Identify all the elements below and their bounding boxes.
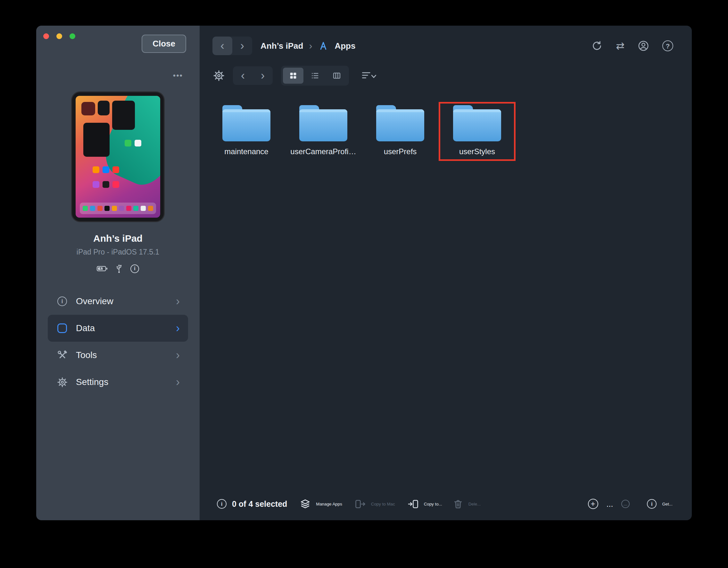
sidebar: Close ••• [36,26,200,520]
folder-back-button[interactable]: ‹ [233,66,253,85]
file-browser-content: maintenance userCameraProfi… userPrefs u… [200,86,692,490]
main-panel: ‹ › Anh’s iPad › Apps ⇄ [200,26,692,520]
device-status-icons: i [36,263,200,274]
app-store-icon [318,40,329,51]
sidebar-item-tools[interactable]: Tools › [48,342,188,369]
chevron-right-icon: › [176,297,180,306]
folder-label: userPrefs [384,147,417,156]
info-icon: i [647,499,657,509]
folder-icon [376,109,424,141]
folder-history-nav: ‹ › [233,66,273,85]
list-view-icon[interactable] [305,68,325,84]
view-mode-switcher [281,66,349,86]
layers-icon [300,499,310,509]
folder-userCameraProfiles[interactable]: userCameraProfi… [285,102,362,161]
app-icon-dot [104,206,110,211]
sidebar-item-label: Overview [76,296,168,307]
selection-status: i 0 of 4 selected [217,499,287,509]
get-info-button[interactable]: i Get... [647,499,673,509]
back-button[interactable]: ‹ [212,37,232,55]
history-nav: ‹ › [212,37,252,55]
view-options-gear-icon[interactable] [213,70,225,81]
chevron-right-icon: › [176,378,180,387]
window-controls [43,33,75,39]
app-icon-dot [112,181,119,188]
copy-to-device-button[interactable]: Copy to... [408,499,442,509]
app-icon-dot [141,206,146,211]
device-dock [80,202,156,214]
sidebar-item-label: Settings [76,377,168,387]
folder-maintenance[interactable]: maintenance [208,102,285,161]
app-icon-row [93,181,119,188]
app-icon-dot [93,181,99,188]
sidebar-item-label: Tools [76,350,168,360]
more-actions-label[interactable]: ... [607,499,613,509]
sidebar-item-label: Data [76,323,168,334]
chevron-right-icon: › [176,351,180,360]
app-icon-dot [112,206,117,211]
column-view-icon[interactable] [327,68,347,84]
app-icon-dot [103,166,109,173]
status-bar: i 0 of 4 selected Manage Apps Copy to Ma… [200,490,692,520]
delete-button[interactable]: Dele... [453,499,481,509]
manage-apps-button[interactable]: Manage Apps [300,499,342,509]
app-icon-dot [133,206,138,211]
home-widget [98,101,110,115]
breadcrumb: Anh’s iPad › Apps [261,40,355,51]
main-header: ‹ › Anh’s iPad › Apps ⇄ [200,26,692,56]
device-info-icon[interactable]: i [130,264,139,273]
data-square-icon [56,324,68,333]
app-icon-dot [135,140,141,146]
device-name: Anh’s iPad [36,233,200,244]
folder-icon [222,109,270,141]
folder-forward-button[interactable]: › [253,66,273,85]
sidebar-item-settings[interactable]: Settings › [48,369,188,396]
app-icon-dot [97,206,103,211]
app-icon-row [93,166,119,173]
selection-info-icon[interactable]: i [217,499,227,509]
chevron-right-icon: › [176,324,180,333]
minimize-window-button[interactable] [56,33,62,39]
breadcrumb-section[interactable]: Apps [335,41,355,51]
desktop-background: Close ••• [0,0,728,568]
folder-userStyles-annotated[interactable]: userStyles [439,102,516,161]
account-icon[interactable] [638,40,649,51]
device-options-ellipsis-icon[interactable]: ••• [173,71,183,80]
app-icon-row [125,140,141,146]
overview-info-icon: i [56,297,68,306]
sync-arrows-icon[interactable]: ⇄ [616,41,625,51]
device-model: iPad Pro - iPadOS 17.5.1 [36,248,200,256]
sidebar-item-data[interactable]: Data › [48,315,188,342]
copy-to-mac-button[interactable]: Copy to Mac [355,499,395,509]
selection-count: 0 of 4 selected [232,499,287,509]
sort-menu-icon[interactable] [362,71,376,80]
header-actions: ⇄ ? [591,40,673,51]
app-icon-dot [148,206,153,211]
folder-grid: maintenance userCameraProfi… userPrefs u… [208,102,692,161]
home-widget [81,102,95,115]
help-icon[interactable]: ? [662,40,673,51]
zoom-window-button[interactable] [70,33,75,39]
add-icon[interactable]: + [588,499,598,509]
refresh-icon[interactable] [591,40,602,51]
close-window-button[interactable] [43,33,49,39]
breadcrumb-separator-icon: › [309,40,312,51]
battery-icon [97,266,108,271]
close-device-button[interactable]: Close [142,35,186,53]
comment-icon[interactable]: … [621,500,630,508]
folder-userPrefs[interactable]: userPrefs [362,102,439,161]
app-icon-dot [103,181,109,188]
folder-label: userStyles [459,147,495,156]
app-icon-dot [125,140,131,146]
app-icon-dot [93,166,99,173]
device-manager-window: Close ••• [36,26,692,520]
device-wallpaper [76,96,160,218]
forward-button[interactable]: › [232,37,252,55]
sidebar-item-overview[interactable]: i Overview › [48,288,188,315]
breadcrumb-device[interactable]: Anh’s iPad [261,41,303,51]
browser-toolbar: ‹ › [200,56,692,86]
export-device-icon [355,499,366,509]
app-icon-dot [126,206,131,211]
grid-view-icon[interactable] [283,68,303,84]
app-icon-dot [112,166,119,173]
